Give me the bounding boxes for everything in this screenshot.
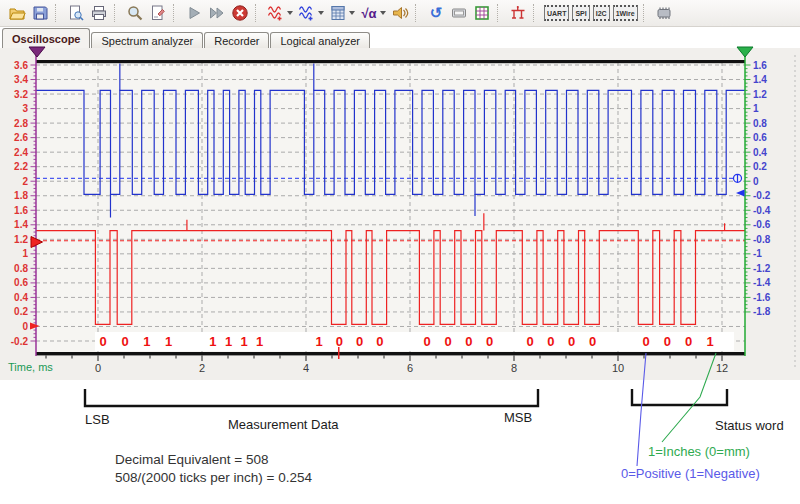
svg-text:1: 1 <box>143 334 150 349</box>
svg-text:0.8: 0.8 <box>753 118 767 129</box>
svg-text:0: 0 <box>547 334 554 349</box>
svg-text:2.4: 2.4 <box>14 147 28 158</box>
svg-text:0: 0 <box>486 334 493 349</box>
svg-text:10: 10 <box>612 362 624 374</box>
svg-text:0: 0 <box>685 334 692 349</box>
svg-text:1: 1 <box>165 334 172 349</box>
svg-text:1: 1 <box>209 334 216 349</box>
svg-text:-0.8: -0.8 <box>753 234 771 245</box>
svg-text:0: 0 <box>100 334 107 349</box>
svg-text:1: 1 <box>315 334 322 349</box>
svg-text:0.2: 0.2 <box>753 161 767 172</box>
svg-text:-1: -1 <box>753 248 762 259</box>
svg-text:0.4: 0.4 <box>753 147 767 158</box>
svg-text:0.6: 0.6 <box>753 132 767 143</box>
svg-text:8: 8 <box>511 362 517 374</box>
svg-text:-1.2: -1.2 <box>753 263 771 274</box>
svg-text:0.2: 0.2 <box>14 306 28 317</box>
svg-text:1: 1 <box>753 103 759 114</box>
svg-text:1.2: 1.2 <box>753 89 767 100</box>
svg-text:3: 3 <box>22 103 28 114</box>
svg-text:2.8: 2.8 <box>14 118 28 129</box>
svg-text:0: 0 <box>526 334 533 349</box>
svg-text:12: 12 <box>716 362 728 374</box>
svg-text:-0.2: -0.2 <box>753 190 771 201</box>
svg-text:0.8: 0.8 <box>14 263 28 274</box>
svg-text:-0.2: -0.2 <box>11 336 29 347</box>
svg-text:2.6: 2.6 <box>14 132 28 143</box>
svg-text:1.8: 1.8 <box>14 190 28 201</box>
svg-text:1: 1 <box>706 334 713 349</box>
svg-text:0: 0 <box>444 334 451 349</box>
svg-text:0: 0 <box>121 334 128 349</box>
inches-note: 1=Inches (0=mm) <box>648 444 750 459</box>
svg-text:2.2: 2.2 <box>14 161 28 172</box>
svg-text:-0.6: -0.6 <box>753 219 771 230</box>
lsb-label: LSB <box>85 412 110 427</box>
msb-label: MSB <box>504 410 532 425</box>
oscilloscope-app: √α ↺ UART SPI I2C 1Wire OscilloscopeSpec… <box>0 0 800 504</box>
sign-note: 0=Positive (1=Negative) <box>621 466 760 481</box>
svg-text:-0.4: -0.4 <box>753 205 771 216</box>
decimal-equivalent-line: Decimal Equivalent = 508 <box>115 452 268 467</box>
svg-text:0: 0 <box>642 334 649 349</box>
svg-text:1.4: 1.4 <box>753 74 767 85</box>
svg-text:0: 0 <box>95 362 101 374</box>
svg-text:0: 0 <box>376 334 383 349</box>
svg-text:0: 0 <box>356 334 363 349</box>
svg-text:1: 1 <box>22 248 28 259</box>
svg-text:0: 0 <box>465 334 472 349</box>
svg-text:Time, ms: Time, ms <box>8 361 53 373</box>
svg-text:0: 0 <box>424 334 431 349</box>
svg-text:-1.4: -1.4 <box>753 277 771 288</box>
conversion-line: 508/(2000 ticks per inch) = 0.254 <box>115 470 312 485</box>
svg-text:0.4: 0.4 <box>14 292 28 303</box>
svg-text:0: 0 <box>22 321 28 332</box>
oscilloscope-plot[interactable]: 0011111110000000000000013.63.43.232.82.6… <box>0 0 800 504</box>
svg-text:0: 0 <box>753 176 759 187</box>
svg-text:1.6: 1.6 <box>753 60 767 71</box>
svg-text:2: 2 <box>22 176 28 187</box>
status-word-label: Status word <box>715 418 784 433</box>
svg-text:0: 0 <box>568 334 575 349</box>
svg-text:1: 1 <box>225 334 232 349</box>
svg-text:2: 2 <box>199 362 205 374</box>
measurement-data-label: Measurement Data <box>228 417 339 432</box>
svg-text:4: 4 <box>303 362 309 374</box>
svg-text:6: 6 <box>407 362 413 374</box>
svg-text:-1.6: -1.6 <box>753 292 771 303</box>
svg-text:0: 0 <box>589 334 596 349</box>
svg-text:0: 0 <box>664 334 671 349</box>
svg-text:1: 1 <box>240 334 247 349</box>
svg-text:0: 0 <box>336 334 343 349</box>
svg-text:3.4: 3.4 <box>14 74 28 85</box>
svg-text:3.6: 3.6 <box>14 60 28 71</box>
svg-text:-1.8: -1.8 <box>753 306 771 317</box>
svg-text:1.4: 1.4 <box>14 219 28 230</box>
svg-text:3.2: 3.2 <box>14 89 28 100</box>
svg-text:1.6: 1.6 <box>14 205 28 216</box>
svg-text:0.6: 0.6 <box>14 277 28 288</box>
svg-text:1.2: 1.2 <box>14 234 28 245</box>
svg-text:1: 1 <box>256 334 263 349</box>
